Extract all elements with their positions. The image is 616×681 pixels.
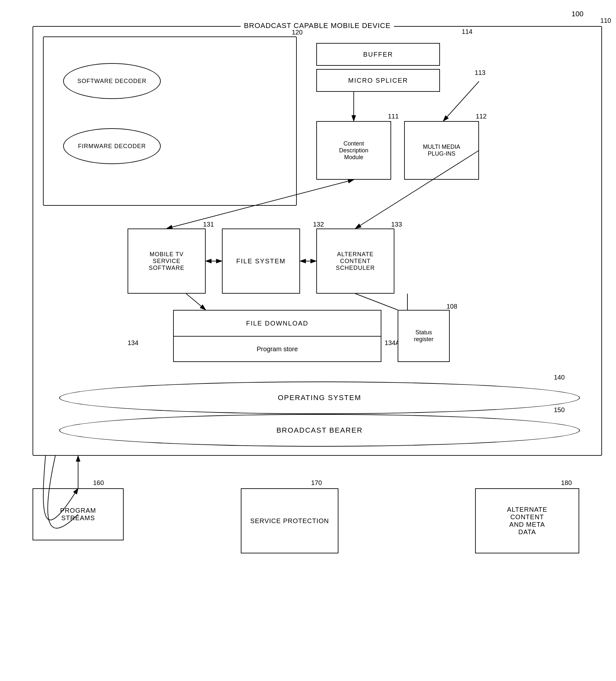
ps-label-134: 134 bbox=[128, 339, 138, 347]
acs-box: ALTERNATE CONTENT SCHEDULER bbox=[316, 228, 394, 294]
figure-number: 100 bbox=[571, 10, 584, 18]
operating-system-label: OPERATING SYSTEM bbox=[278, 394, 362, 402]
firmware-decoder-label: FIRMWARE DECODER bbox=[78, 143, 146, 150]
broadcast-bearer-ellipse: BROADCAST BEARER bbox=[59, 414, 580, 447]
broadcast-bearer-label: BROADCAST BEARER bbox=[276, 426, 362, 435]
main-box: BROADCAST CAPABLE MOBILE DEVICE 110 120 … bbox=[32, 26, 602, 456]
software-decoder-ellipse: SOFTWARE DECODER bbox=[63, 63, 161, 99]
micro-splicer-number: 113 bbox=[475, 69, 486, 76]
file-download-label: FILE DOWNLOAD bbox=[246, 320, 308, 327]
main-box-number: 110 bbox=[600, 17, 611, 24]
alternate-content-label: ALTERNATE CONTENT AND META DATA bbox=[507, 506, 547, 536]
mmp-box: MULTI MEDIA PLUG-INS bbox=[404, 121, 479, 180]
mmp-label: MULTI MEDIA PLUG-INS bbox=[423, 144, 460, 157]
mtvss-box: MOBILE TV SERVICE SOFTWARE bbox=[128, 228, 206, 294]
bb-number: 150 bbox=[554, 406, 565, 414]
main-box-label: BROADCAST CAPABLE MOBILE DEVICE bbox=[241, 22, 394, 30]
mtvss-number: 131 bbox=[203, 221, 214, 228]
alternate-content-box: ALTERNATE CONTENT AND META DATA bbox=[475, 488, 579, 553]
micro-splicer-label: MICRO SPLICER bbox=[348, 77, 408, 84]
operating-system-ellipse: OPERATING SYSTEM bbox=[59, 381, 580, 414]
buffer-box: BUFFER bbox=[316, 43, 440, 66]
cdm-box: Content Description Module bbox=[316, 121, 391, 180]
diagram-container: 100 BROADCAST CAPABLE MOBILE DEVICE 110 … bbox=[13, 6, 603, 675]
micro-splicer-box: MICRO SPLICER bbox=[316, 69, 440, 92]
program-streams-label: PROGRAM STREAMS bbox=[60, 507, 96, 522]
acs-label: ALTERNATE CONTENT SCHEDULER bbox=[336, 251, 375, 272]
device-inner-box: 120 SOFTWARE DECODER FIRMWARE DECODER bbox=[43, 36, 297, 206]
program-store-label: Program store bbox=[257, 345, 298, 353]
status-register-number: 108 bbox=[446, 303, 457, 310]
buffer-number: 114 bbox=[462, 28, 472, 35]
buffer-area: 114 BUFFER 113 MICRO SPLICER bbox=[316, 36, 489, 108]
mmp-number: 112 bbox=[476, 112, 487, 120]
file-system-label: FILE SYSTEM bbox=[236, 257, 286, 265]
fs-number: 132 bbox=[313, 221, 324, 228]
cdm-number: 111 bbox=[388, 112, 399, 120]
service-protection-box: SERVICE PROTECTION bbox=[241, 488, 338, 553]
mtvss-label: MOBILE TV SERVICE SOFTWARE bbox=[149, 251, 184, 272]
sp-170-number: 170 bbox=[311, 479, 322, 487]
alt-180-number: 180 bbox=[561, 479, 572, 487]
svg-line-10 bbox=[186, 294, 206, 310]
file-system-box: FILE SYSTEM bbox=[222, 228, 300, 294]
status-register-box: Status register bbox=[397, 310, 450, 362]
software-decoder-label: SOFTWARE DECODER bbox=[77, 78, 147, 85]
acs-number: 133 bbox=[391, 221, 402, 228]
status-register-label: Status register bbox=[414, 329, 433, 343]
os-number: 140 bbox=[554, 374, 565, 381]
program-streams-box: PROGRAM STREAMS bbox=[32, 488, 124, 540]
svg-line-11 bbox=[355, 294, 397, 310]
buffer-label: BUFFER bbox=[363, 51, 393, 58]
ps-160-number: 160 bbox=[93, 479, 104, 487]
file-download-box: FILE DOWNLOAD bbox=[173, 310, 381, 336]
cdm-label: Content Description Module bbox=[339, 140, 368, 161]
firmware-decoder-ellipse: FIRMWARE DECODER bbox=[63, 128, 161, 164]
device-inner-number: 120 bbox=[292, 29, 303, 36]
program-store-box: Program store bbox=[173, 336, 381, 362]
service-protection-label: SERVICE PROTECTION bbox=[250, 517, 329, 525]
